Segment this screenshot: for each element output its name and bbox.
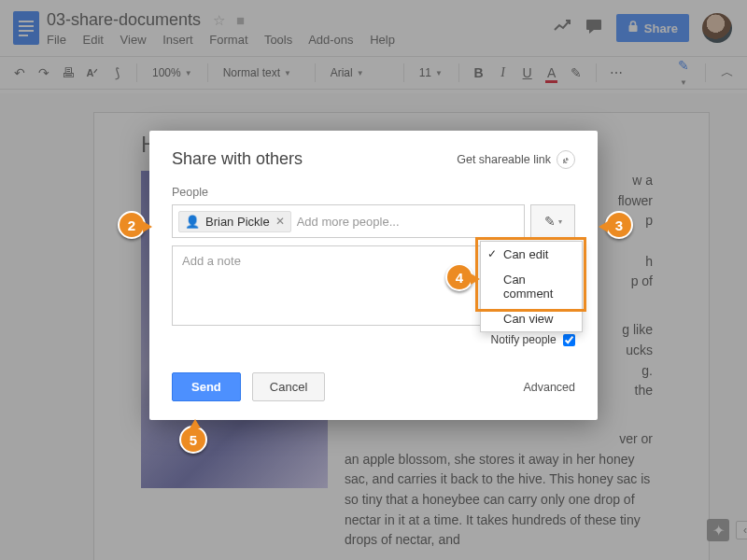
people-label: People [172,186,575,199]
annotation-badge-3: 3 [605,211,633,239]
annotation-badge-4: 4 [445,263,473,291]
notify-people-row: Notify people [172,333,575,346]
person-icon: 👤 [185,215,200,229]
get-shareable-link[interactable]: Get shareable link ⸙ [457,150,575,169]
send-button[interactable]: Send [172,372,241,401]
caret-down-icon: ▾ [558,217,562,226]
notify-label: Notify people [491,333,557,346]
notify-checkbox[interactable] [563,334,575,346]
annotation-badge-5: 5 [179,426,207,454]
person-chip[interactable]: 👤 Brian Pickle ✕ [178,211,291,232]
cancel-button[interactable]: Cancel [252,372,325,401]
perm-option-comment[interactable]: Can comment [481,267,582,306]
link-icon: ⸙ [557,150,575,169]
pencil-icon: ✎ [544,214,556,229]
advanced-link[interactable]: Advanced [523,381,575,394]
add-more-placeholder: Add more people... [297,215,400,229]
person-chip-name: Brian Pickle [205,215,270,229]
modal-title: Share with others [172,149,303,169]
permission-menu: Can edit Can comment Can view [480,241,583,332]
chip-remove-icon[interactable]: ✕ [275,215,285,228]
permission-dropdown-button[interactable]: ✎ ▾ [530,204,575,238]
note-placeholder: Add a note [182,254,241,268]
annotation-badge-2: 2 [118,211,146,239]
perm-option-view[interactable]: Can view [481,306,582,331]
people-input[interactable]: 👤 Brian Pickle ✕ Add more people... [172,204,525,238]
perm-option-edit[interactable]: Can edit [481,242,582,267]
